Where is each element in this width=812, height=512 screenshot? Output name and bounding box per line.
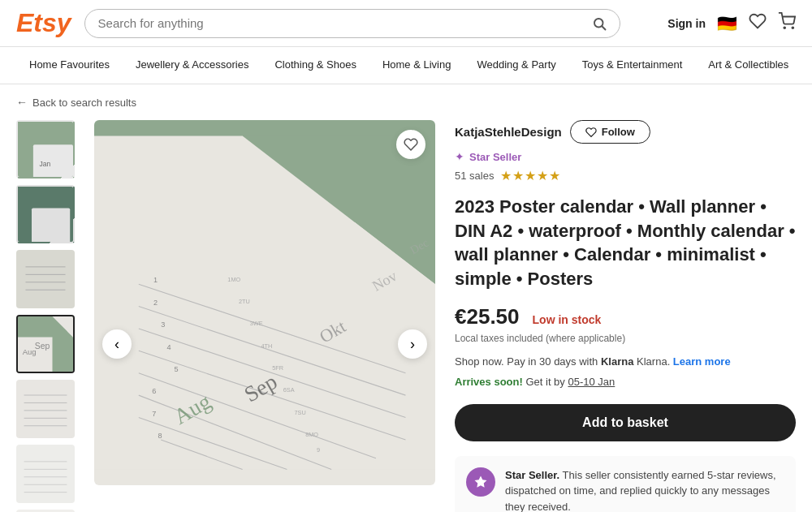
thumb-image-6 xyxy=(18,446,73,501)
back-to-search-link[interactable]: ← Back to search results xyxy=(0,84,812,120)
search-button[interactable] xyxy=(592,16,607,31)
heart-icon xyxy=(749,12,767,30)
svg-point-3 xyxy=(792,27,793,28)
product-title: 2023 Poster calendar • Wall planner • DI… xyxy=(455,195,796,291)
klarna-row: Shop now. Pay in 30 days with Klarna Kla… xyxy=(455,355,796,368)
tax-note: Local taxes included (where applicable) xyxy=(455,333,796,344)
svg-text:2: 2 xyxy=(153,299,158,307)
thumbnail-list: Jan Aug Sep xyxy=(16,120,75,512)
search-icon xyxy=(592,16,607,31)
nav-art[interactable]: Art & Collectibles xyxy=(695,47,801,84)
delivery-date: 05-10 Jan xyxy=(568,376,615,388)
seller-row: KatjaStehleDesign Follow xyxy=(455,120,796,144)
svg-marker-66 xyxy=(475,475,487,487)
search-bar xyxy=(84,9,620,38)
reviews-row: 51 sales ★★★★★ xyxy=(455,168,796,183)
nav-home-living[interactable]: Home & Living xyxy=(369,47,464,84)
svg-text:7: 7 xyxy=(152,410,156,418)
star-seller-box-title: Star Seller. xyxy=(505,469,559,481)
svg-point-0 xyxy=(594,19,603,28)
svg-rect-19 xyxy=(18,381,73,437)
nav-home-favourites[interactable]: Home Favourites xyxy=(16,47,123,84)
sign-in-link[interactable]: Sign in xyxy=(667,17,706,30)
header-right: Sign in 🇩🇪 xyxy=(667,12,796,34)
low-stock-badge: Low in stock xyxy=(533,313,602,326)
add-to-basket-button[interactable]: Add to basket xyxy=(455,404,796,441)
thumbnail-6[interactable] xyxy=(16,445,75,503)
star-seller-row: ✦ Star Seller xyxy=(455,150,796,163)
arrives-soon-label: Arrives soon! xyxy=(455,376,523,388)
cart-button[interactable] xyxy=(778,12,796,34)
star-seller-box: Star Seller. This seller consistently ea… xyxy=(455,456,796,512)
star-seller-icon: ✦ xyxy=(455,150,464,163)
nav-jewellery[interactable]: Jewellery & Accessories xyxy=(123,47,261,84)
thumbnail-3[interactable] xyxy=(16,250,75,308)
follow-button[interactable]: Follow xyxy=(570,120,650,144)
svg-text:6: 6 xyxy=(152,387,156,395)
nav-wedding[interactable]: Wedding & Party xyxy=(464,47,568,84)
thumbnail-2[interactable] xyxy=(16,185,75,243)
klarna-text: Shop now. Pay in 30 days with xyxy=(455,355,601,368)
main-product-image: Aug Sep Okt Nov Dec 1 2 3 4 5 6 7 8 1MO … xyxy=(94,120,435,485)
svg-text:7SU: 7SU xyxy=(295,409,306,416)
star-seller-box-icon xyxy=(466,467,495,497)
svg-text:6SA: 6SA xyxy=(283,386,295,394)
svg-text:4TH: 4TH xyxy=(261,342,272,350)
prev-image-button[interactable]: ‹ xyxy=(102,329,132,359)
product-page: Jan Aug Sep xyxy=(0,120,812,512)
search-input[interactable] xyxy=(98,16,592,30)
nav-craft[interactable]: Craft Supplies xyxy=(801,47,812,84)
header: Etsy Sign in 🇩🇪 xyxy=(0,0,812,47)
svg-text:Sep: Sep xyxy=(35,342,50,351)
next-image-button[interactable]: › xyxy=(398,329,427,359)
back-link-label: Back to search results xyxy=(32,97,136,109)
svg-text:Jan: Jan xyxy=(39,160,50,168)
favourite-button[interactable] xyxy=(396,130,425,159)
star-rating: ★★★★★ xyxy=(500,168,561,183)
flag-button[interactable]: 🇩🇪 xyxy=(717,14,737,33)
svg-text:8: 8 xyxy=(158,432,162,440)
svg-rect-9 xyxy=(18,252,73,307)
heart-follow-icon xyxy=(585,127,597,138)
thumbnail-4[interactable]: Aug Sep xyxy=(16,315,75,373)
price-row: €25.50 Low in stock xyxy=(455,304,796,329)
thumbnail-1[interactable]: Jan xyxy=(16,120,75,179)
product-calendar-svg: Aug Sep Okt Nov Dec 1 2 3 4 5 6 7 8 1MO … xyxy=(94,120,435,485)
etsy-logo[interactable]: Etsy xyxy=(16,8,71,38)
product-info: KatjaStehleDesign Follow ✦ Star Seller 5… xyxy=(455,120,796,512)
svg-text:5FR: 5FR xyxy=(272,364,283,372)
svg-text:5: 5 xyxy=(175,365,179,373)
delivery-text: Get it by xyxy=(525,376,568,388)
svg-text:3: 3 xyxy=(161,321,165,329)
svg-text:9: 9 xyxy=(317,446,320,454)
klarna-learn-more-link[interactable]: Learn more xyxy=(673,355,731,368)
svg-text:8MO: 8MO xyxy=(305,431,318,438)
thumbnail-5[interactable] xyxy=(16,380,75,438)
delivery-row: Arrives soon! Get it by 05-10 Jan xyxy=(455,376,796,388)
svg-line-1 xyxy=(602,26,605,29)
thumb-image-2 xyxy=(18,187,73,242)
star-seller-label: Star Seller xyxy=(469,151,521,163)
klarna-brand-label: Klarna xyxy=(637,355,667,368)
svg-text:2TU: 2TU xyxy=(239,298,250,305)
nav-clothing[interactable]: Clothing & Shoes xyxy=(261,47,369,84)
svg-text:3WE: 3WE xyxy=(250,320,263,327)
heart-favourite-icon xyxy=(404,137,418,152)
cart-icon xyxy=(778,12,796,30)
thumb-image-5 xyxy=(18,381,73,437)
follow-label: Follow xyxy=(602,126,635,138)
product-price: €25.50 xyxy=(455,304,520,329)
star-icon xyxy=(473,475,488,489)
svg-text:1: 1 xyxy=(153,276,158,284)
thumb-image-3 xyxy=(18,252,73,307)
main-image-wrapper: Aug Sep Okt Nov Dec 1 2 3 4 5 6 7 8 1MO … xyxy=(94,120,435,512)
thumb-image-1: Jan xyxy=(18,122,73,177)
nav-toys[interactable]: Toys & Entertainment xyxy=(569,47,696,84)
wishlist-button[interactable] xyxy=(749,12,767,34)
seller-name[interactable]: KatjaStehleDesign xyxy=(455,125,562,139)
main-nav: Home Favourites Jewellery & Accessories … xyxy=(0,47,812,84)
svg-point-2 xyxy=(784,27,785,28)
back-arrow-icon: ← xyxy=(16,96,28,109)
klarna-brand: Klarna xyxy=(601,355,633,368)
star-seller-description: Star Seller. This seller consistently ea… xyxy=(505,467,784,512)
